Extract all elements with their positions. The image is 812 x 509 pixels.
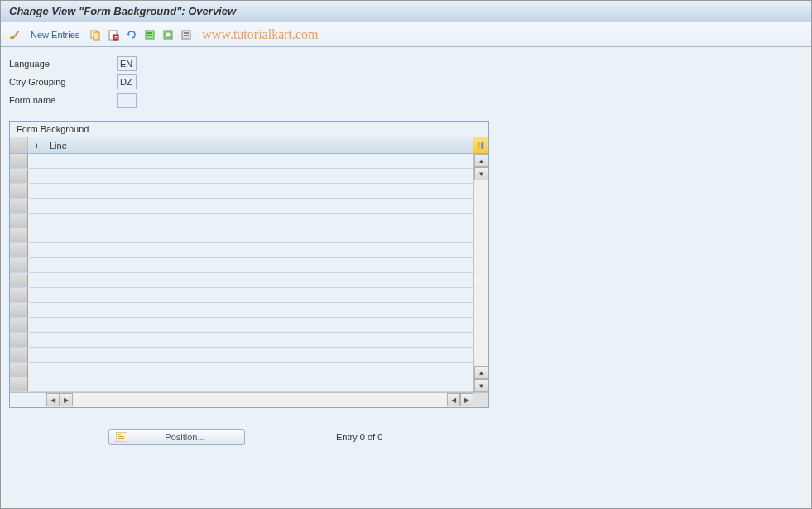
- cell-plus[interactable]: [28, 348, 46, 362]
- table-row[interactable]: [10, 348, 473, 363]
- cell-line[interactable]: [46, 199, 473, 213]
- row-selector[interactable]: [10, 303, 28, 317]
- scroll-right-icon[interactable]: ▶: [60, 393, 73, 406]
- row-selector[interactable]: [10, 318, 28, 332]
- table-row[interactable]: [10, 214, 473, 228]
- column-line[interactable]: Line: [46, 137, 473, 153]
- horizontal-scrollbar[interactable]: ◀ ▶ ◀ ▶: [10, 392, 488, 407]
- cell-line[interactable]: [46, 169, 473, 183]
- position-label: Position...: [132, 432, 238, 442]
- select-block-icon[interactable]: [161, 27, 175, 42]
- row-selector[interactable]: [10, 184, 28, 198]
- undo-icon[interactable]: [124, 27, 139, 42]
- row-selector[interactable]: [10, 199, 28, 213]
- cell-line[interactable]: [46, 303, 473, 317]
- cell-plus[interactable]: [28, 288, 46, 302]
- cell-line[interactable]: [46, 258, 473, 272]
- row-selector[interactable]: [10, 169, 28, 183]
- cell-line[interactable]: [46, 318, 473, 332]
- table-row[interactable]: [10, 184, 473, 199]
- row-selector[interactable]: [10, 333, 28, 347]
- column-select-all[interactable]: [10, 137, 28, 153]
- entry-status: Entry 0 of 0: [336, 432, 382, 442]
- row-selector[interactable]: [10, 348, 28, 362]
- svg-rect-5: [147, 32, 152, 34]
- cell-plus[interactable]: [28, 258, 46, 272]
- table-row[interactable]: [10, 377, 473, 392]
- svg-rect-8: [166, 32, 171, 37]
- deselect-all-icon[interactable]: [179, 27, 194, 42]
- cell-plus[interactable]: [28, 214, 46, 228]
- cell-line[interactable]: [46, 273, 473, 287]
- cell-plus[interactable]: [28, 169, 46, 183]
- cell-plus[interactable]: [28, 199, 46, 213]
- scroll-right2-icon[interactable]: ▶: [460, 393, 473, 406]
- scroll-down-icon[interactable]: ▼: [474, 167, 488, 180]
- footer: Position... Entry 0 of 0: [9, 429, 803, 445]
- row-selector[interactable]: [10, 214, 28, 228]
- table-row[interactable]: [10, 363, 473, 377]
- row-selector[interactable]: [10, 288, 28, 302]
- scroll-left2-icon[interactable]: ◀: [447, 393, 460, 406]
- scroll-up2-icon[interactable]: ▲: [474, 366, 488, 379]
- cell-plus[interactable]: [28, 318, 46, 332]
- table-row[interactable]: [10, 169, 473, 184]
- toggle-display-icon[interactable]: [7, 27, 22, 42]
- cell-line[interactable]: [46, 363, 473, 377]
- column-plus[interactable]: +: [28, 137, 46, 153]
- scroll-left-icon[interactable]: ◀: [46, 393, 60, 406]
- cell-plus[interactable]: [28, 303, 46, 317]
- select-all-icon[interactable]: [142, 27, 157, 42]
- form-name-field[interactable]: [117, 93, 137, 108]
- new-entries-button[interactable]: New Entries: [26, 30, 84, 40]
- table-row[interactable]: [10, 333, 473, 348]
- row-selector[interactable]: [10, 154, 28, 168]
- cell-plus[interactable]: [28, 273, 46, 287]
- cell-plus[interactable]: [28, 333, 46, 347]
- delete-icon[interactable]: [106, 27, 121, 42]
- table-row[interactable]: [10, 288, 473, 303]
- row-selector[interactable]: [10, 243, 28, 257]
- vertical-scrollbar[interactable]: ▲ ▼ ▲ ▼: [473, 154, 488, 392]
- scroll-track[interactable]: [474, 180, 488, 366]
- cell-line[interactable]: [46, 377, 473, 391]
- cell-line[interactable]: [46, 333, 473, 347]
- table-row[interactable]: [10, 199, 473, 214]
- form-fields: Language Ctry Grouping Form name: [9, 55, 803, 108]
- table-row[interactable]: [10, 303, 473, 318]
- page-title: Change View "Form Background": Overview: [1, 1, 811, 22]
- table-row[interactable]: [10, 273, 473, 288]
- table-config-icon[interactable]: [473, 137, 488, 153]
- cell-plus[interactable]: [28, 363, 46, 377]
- cell-line[interactable]: [46, 288, 473, 302]
- cell-line[interactable]: [46, 184, 473, 198]
- cell-plus[interactable]: [28, 243, 46, 257]
- cell-plus[interactable]: [28, 228, 46, 242]
- row-selector[interactable]: [10, 258, 28, 272]
- cell-plus[interactable]: [28, 184, 46, 198]
- ctry-grouping-field[interactable]: [117, 74, 137, 89]
- row-selector[interactable]: [10, 363, 28, 377]
- position-button[interactable]: Position...: [108, 429, 245, 445]
- cell-plus[interactable]: [28, 154, 46, 168]
- table-row[interactable]: [10, 318, 473, 333]
- row-selector[interactable]: [10, 228, 28, 242]
- table-row[interactable]: [10, 243, 473, 258]
- row-selector[interactable]: [10, 377, 28, 391]
- hscroll-track[interactable]: [73, 393, 447, 407]
- cell-line[interactable]: [46, 154, 473, 168]
- cell-line[interactable]: [46, 348, 473, 362]
- row-selector[interactable]: [10, 273, 28, 287]
- language-field[interactable]: [117, 56, 137, 71]
- cell-plus[interactable]: [28, 377, 46, 391]
- copy-icon[interactable]: [88, 27, 103, 42]
- table-row[interactable]: [10, 154, 473, 169]
- table-row[interactable]: [10, 258, 473, 273]
- scroll-down2-icon[interactable]: ▼: [474, 379, 488, 392]
- table-rows: [10, 154, 473, 392]
- scroll-up-icon[interactable]: ▲: [474, 154, 488, 167]
- cell-line[interactable]: [46, 228, 473, 242]
- table-row[interactable]: [10, 228, 473, 243]
- cell-line[interactable]: [46, 214, 473, 228]
- cell-line[interactable]: [46, 243, 473, 257]
